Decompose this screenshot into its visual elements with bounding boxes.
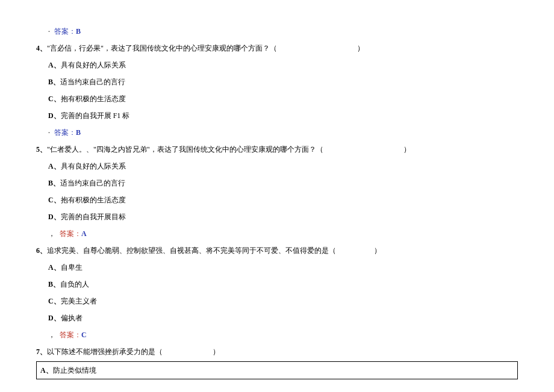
answer-label: 答案： bbox=[60, 331, 81, 339]
answer-line-5: ， 答案：A bbox=[36, 226, 518, 241]
answer-value: B bbox=[76, 27, 81, 36]
option-d: D、偏执者 bbox=[36, 311, 518, 325]
pre-answer-line: · 答案：B bbox=[36, 24, 518, 39]
option-text: 具有良好的人际关系 bbox=[61, 162, 126, 170]
option-a: A、具有良好的人际关系 bbox=[36, 58, 518, 72]
option-c: C、抱有积极的生活态度 bbox=[36, 92, 518, 106]
option-d: D、完善的自我开展目标 bbox=[36, 210, 518, 224]
question-number: 6、 bbox=[36, 246, 47, 255]
question-text: 追求完美、自尊心脆弱、控制欲望强、自视甚高、将不完美等同于不可爱、不值得爱的是（ bbox=[47, 246, 336, 255]
question-text: "言必信，行必果"，表达了我国传统文化中的心理安康观的哪个方面？（ bbox=[47, 44, 277, 52]
paren-close: ） bbox=[374, 246, 381, 255]
question-number: 7、 bbox=[36, 347, 47, 356]
answer-label: 答案： bbox=[60, 229, 81, 238]
question-5: 5、"仁者爱人。、"四海之内皆兄弟"，表达了我国传统文化中的心理安康观的哪个方面… bbox=[36, 142, 518, 157]
option-label: A、 bbox=[48, 263, 61, 272]
answer-value: C bbox=[81, 331, 87, 339]
option-text: 自负的人 bbox=[60, 280, 89, 288]
option-label: A、 bbox=[48, 162, 61, 170]
option-label: B、 bbox=[48, 78, 60, 86]
option-label: C、 bbox=[48, 196, 61, 204]
option-c: C、抱有积极的生活态度 bbox=[36, 193, 518, 207]
paren-close: ） bbox=[403, 145, 411, 154]
paren-close: ） bbox=[357, 44, 364, 52]
answer-value: B bbox=[76, 128, 81, 137]
option-label: C、 bbox=[48, 95, 61, 103]
option-text: 抱有积极的生活态度 bbox=[61, 196, 126, 204]
answer-label: 答案： bbox=[54, 27, 76, 36]
option-text: 完善的自我开展目标 bbox=[61, 213, 126, 221]
option-b: B、自负的人 bbox=[36, 277, 518, 291]
option-text: 抱有积极的生活态度 bbox=[61, 95, 126, 103]
paren-close: ） bbox=[213, 347, 220, 356]
option-text: 适当约束自己的言行 bbox=[60, 78, 125, 86]
answer-value: A bbox=[81, 229, 87, 238]
option-text: 自卑生 bbox=[61, 263, 82, 272]
question-number: 5、 bbox=[36, 145, 47, 154]
question-number: 4、 bbox=[36, 44, 47, 52]
option-text: 适当约束自己的言行 bbox=[60, 179, 125, 187]
option-label: A、 bbox=[48, 61, 61, 69]
option-a: A、具有良好的人际关系 bbox=[36, 159, 518, 173]
option-a-boxed: A、防止类似情境 bbox=[36, 361, 518, 379]
option-d: D、完善的自我开展 F1 标 bbox=[36, 108, 518, 123]
option-label: D、 bbox=[48, 213, 61, 221]
option-c: C、完美主义者 bbox=[36, 294, 518, 308]
option-label: B、 bbox=[48, 280, 60, 288]
question-text: 以下陈述不能增强挫折承受力的是（ bbox=[47, 347, 163, 356]
answer-line-4: · 答案：B bbox=[36, 125, 518, 140]
option-text: 具有良好的人际关系 bbox=[61, 61, 126, 69]
option-text: 完善的自我开展 F1 标 bbox=[61, 111, 130, 120]
bullet-dot: · bbox=[48, 27, 50, 36]
option-label: D、 bbox=[48, 314, 61, 322]
question-6: 6、追求完美、自尊心脆弱、控制欲望强、自视甚高、将不完美等同于不可爱、不值得爱的… bbox=[36, 243, 518, 258]
option-label: D、 bbox=[48, 111, 61, 120]
option-label: A、 bbox=[40, 366, 53, 375]
option-text: 完美主义者 bbox=[61, 297, 97, 305]
document-content: · 答案：B 4、"言必信，行必果"，表达了我国传统文化中的心理安康观的哪个方面… bbox=[0, 0, 554, 391]
option-label: B、 bbox=[48, 179, 60, 187]
option-b: B、适当约束自己的言行 bbox=[36, 176, 518, 190]
option-text: 偏执者 bbox=[61, 314, 82, 322]
option-label: C、 bbox=[48, 297, 61, 305]
question-text: "仁者爱人。、"四海之内皆兄弟"，表达了我国传统文化中的心理安康观的哪个方面？（ bbox=[47, 145, 323, 154]
comma-dot: ， bbox=[48, 331, 55, 339]
bullet-dot: · bbox=[48, 128, 50, 137]
question-7: 7、以下陈述不能增强挫折承受力的是（ ） bbox=[36, 344, 518, 359]
answer-label: 答案： bbox=[54, 128, 76, 137]
option-text: 防止类似情境 bbox=[53, 366, 96, 375]
question-4: 4、"言必信，行必果"，表达了我国传统文化中的心理安康观的哪个方面？（ ） bbox=[36, 41, 518, 55]
option-b: B、适当约束自己的言行 bbox=[36, 75, 518, 89]
answer-line-6: ， 答案：C bbox=[36, 328, 518, 342]
option-a: A、自卑生 bbox=[36, 260, 518, 275]
comma-dot: ， bbox=[48, 229, 55, 238]
